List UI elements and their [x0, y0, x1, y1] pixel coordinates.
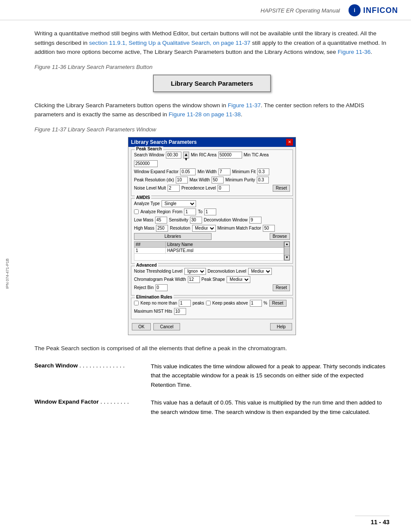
deconv-level-select[interactable]: Medium [248, 268, 272, 275]
low-mass-input[interactable] [155, 217, 167, 224]
peak-search-reset-button[interactable]: Reset [273, 185, 290, 192]
reject-bin-input[interactable] [156, 284, 168, 291]
window-expand-term-row: Window Expand Factor . . . . . . . . . T… [34, 398, 389, 417]
noise-thresh-select[interactable]: Ignore [184, 268, 206, 275]
help-button[interactable]: Help [270, 323, 292, 330]
link-figure36[interactable]: Figure 11-36 [338, 49, 371, 55]
chrom-peak-label: Chromatogram Peak Width [134, 277, 186, 282]
keep-no-more-checkbox[interactable] [134, 301, 139, 305]
main-content: Writing a quantitative method still begi… [0, 20, 411, 434]
elimination-reset-button[interactable]: Reset [269, 300, 286, 307]
reject-bin-row: Reject Bin Reset [134, 284, 290, 291]
analyze-type-select[interactable]: Single [162, 200, 196, 207]
lib-row-name: HAPSITE.msl [165, 247, 283, 253]
from-input[interactable] [184, 208, 196, 215]
min-match-label: Minimum Match Factor [218, 226, 262, 230]
search-window-term: Search Window [34, 362, 78, 369]
dialog-close-button[interactable]: ✕ [286, 139, 293, 146]
scrollbar-down[interactable]: ▼ [284, 255, 290, 260]
library-table: ## Library Name 1 HAPSITE.msl [134, 241, 284, 261]
max-width-label: Max Width [190, 177, 210, 182]
advanced-title: Advanced [135, 263, 158, 268]
logo-text: INFICON [363, 6, 398, 15]
min-match-input[interactable] [263, 225, 275, 232]
lib-col-num: ## [134, 241, 166, 247]
elimination-row2: Maximum NIST Hits [134, 308, 290, 315]
logo: i INFICON [349, 4, 398, 16]
svg-text:i: i [354, 7, 355, 13]
cancel-button[interactable]: Cancel [153, 323, 180, 330]
intro-text-3: . [371, 49, 372, 55]
min-purity-label: Minimum Purity [225, 177, 255, 182]
library-scrollbar[interactable]: ▲ ▼ [284, 241, 290, 261]
max-width-input[interactable] [212, 177, 224, 184]
library-search-params-button[interactable]: Library Search Parameters [153, 75, 271, 92]
max-nist-label: Maximum NIST Hits [134, 309, 172, 314]
analyze-region-checkbox[interactable] [134, 209, 139, 214]
keep-above-input[interactable] [250, 300, 262, 307]
window-expand-label: Window Expand Factor [134, 169, 178, 174]
noise-level-label: Noise Level Mult [134, 186, 166, 190]
link-figure28[interactable]: Figure 11-28 on page 11-38 [168, 111, 240, 118]
deconv-window-input[interactable] [249, 217, 262, 224]
precedence-input[interactable] [218, 185, 230, 192]
max-nist-input[interactable] [174, 308, 186, 315]
table-row-empty [134, 253, 284, 260]
window-expand-input[interactable] [180, 168, 196, 175]
low-mass-row: Low Mass Sensitivity Deconvolution Windo… [134, 217, 290, 224]
keep-above-checkbox[interactable] [206, 301, 211, 305]
to-input[interactable] [204, 208, 216, 215]
peak-search-title: Peak Search [135, 146, 163, 151]
peak-shape-select[interactable]: Medium [227, 276, 250, 283]
high-mass-input[interactable] [156, 225, 168, 232]
min-tic-input[interactable] [134, 160, 158, 167]
table-row: 1 HAPSITE.msl [134, 247, 284, 253]
link-section[interactable]: section 11.9.1, Setting Up a Qualitative… [89, 40, 251, 46]
reject-bin-label: Reject Bin [134, 285, 154, 290]
min-ric-input[interactable] [218, 152, 242, 159]
resolution-select[interactable]: Medium [192, 225, 216, 232]
button-figure: Library Search Parameters [34, 75, 389, 92]
page-number: 11 - 43 [371, 519, 389, 526]
search-window-def: This value indicates the time window all… [151, 362, 389, 390]
elimination-row1: Keep no more than peaks Keep peaks above… [134, 300, 290, 307]
search-window-label: Search Window [134, 152, 164, 157]
search-window-spinner[interactable]: ▲▼ [183, 152, 189, 159]
browse-button[interactable]: Browse [270, 233, 290, 240]
library-table-wrapper: ## Library Name 1 HAPSITE.msl [134, 241, 284, 261]
min-fit-input[interactable] [257, 168, 269, 175]
peak-search-description: The Peak Search section is comprised of … [34, 344, 389, 353]
scrollbar-up[interactable]: ▲ [284, 242, 290, 247]
analyze-region-label: Analyze Region [140, 209, 171, 214]
chrom-peak-input[interactable] [188, 276, 200, 283]
figure2-text-start: Clicking the Library Search Parameters b… [34, 102, 228, 109]
terms-section: Search Window . . . . . . . . . . . . . … [34, 362, 389, 417]
from-label: From [172, 209, 182, 214]
search-window-term-row: Search Window . . . . . . . . . . . . . … [34, 362, 389, 390]
advanced-reset-button[interactable]: Reset [273, 284, 290, 291]
ok-button[interactable]: OK [132, 323, 151, 330]
amdis-section: AMDIS Analyze Type Single Analyze Region… [131, 198, 293, 264]
page-header: HAPSITE ER Operating Manual i INFICON [0, 0, 411, 20]
dialog-titlebar: Library Search Parameters ✕ [128, 137, 296, 147]
noise-level-row: Noise Level Mult Precedence Level Reset [134, 185, 290, 192]
pct-label: % [264, 301, 268, 305]
dialog-container: Library Search Parameters ✕ Peak Search … [128, 137, 296, 335]
keep-above-label: Keep peaks above [212, 301, 248, 305]
noise-level-input[interactable] [168, 185, 180, 192]
libraries-button[interactable]: Libraries [134, 233, 212, 240]
min-width-input[interactable] [218, 168, 230, 175]
deconv-window-label: Deconvolution Window [204, 218, 248, 222]
search-window-input[interactable] [166, 152, 181, 159]
figure2-label: Figure 11-37 Library Search Parameters W… [34, 126, 389, 133]
peak-resolution-input[interactable] [176, 177, 188, 184]
link-figure37[interactable]: Figure 11-37 [228, 102, 261, 109]
sensitivity-input[interactable] [190, 217, 202, 224]
min-purity-input[interactable] [257, 177, 269, 184]
resolution-label: Resolution [170, 226, 190, 230]
peak-resolution-label: Peak Resolution (dx) [134, 177, 174, 182]
keep-no-more-label: Keep no more than [140, 301, 177, 305]
keep-no-more-input[interactable] [179, 300, 191, 307]
high-mass-row: High Mass Resolution Medium Minimum Matc… [134, 225, 290, 232]
dialog-buttons-row: OK Cancel Help [131, 321, 293, 332]
